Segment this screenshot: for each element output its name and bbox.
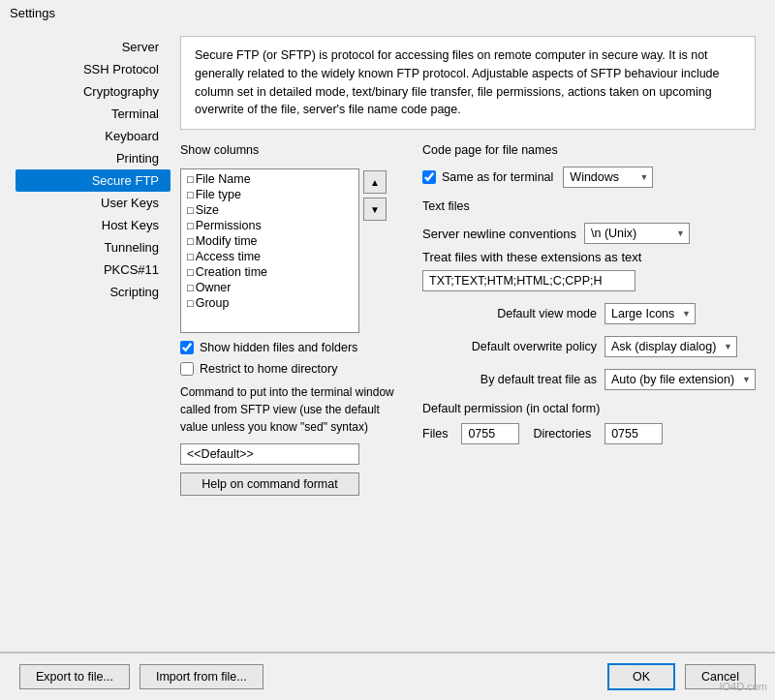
- sidebar-item-host-keys[interactable]: Host Keys: [16, 214, 170, 236]
- title-bar: Settings: [0, 0, 775, 26]
- treat-file-select[interactable]: Auto (by file extension) Text Binary: [604, 369, 756, 390]
- show-hidden-checkbox[interactable]: [180, 341, 194, 354]
- command-description: Command to put into the terminal window …: [180, 383, 403, 436]
- list-item[interactable]: Owner: [183, 280, 356, 295]
- treat-file-row: By default treat file as Auto (by file e…: [422, 369, 756, 390]
- code-page-label: Code page for file names: [422, 143, 756, 157]
- text-files-section: Text files Server newline conventions \n…: [422, 199, 756, 291]
- overwrite-label: Default overwrite policy: [422, 340, 597, 353]
- overwrite-wrapper: Ask (display dialog) Overwrite Skip Rena…: [604, 336, 737, 357]
- sidebar-item-keyboard[interactable]: Keyboard: [16, 125, 170, 147]
- export-button[interactable]: Export to file...: [19, 664, 130, 689]
- watermark: IO4D.com: [719, 681, 767, 692]
- files-perm-label: Files: [422, 427, 448, 441]
- sidebar-item-ssh-protocol[interactable]: SSH Protocol: [16, 58, 170, 80]
- list-item[interactable]: File type: [183, 187, 356, 202]
- sidebar: ServerSSH ProtocolCryptographyTerminalKe…: [0, 26, 170, 652]
- content-area: ServerSSH ProtocolCryptographyTerminalKe…: [0, 26, 775, 652]
- command-input[interactable]: [180, 443, 359, 465]
- list-item[interactable]: Permissions: [183, 218, 356, 233]
- treat-extensions-label: Treat files with these extensions as tex…: [422, 250, 756, 264]
- list-item[interactable]: Size: [183, 202, 356, 218]
- directories-permission-input[interactable]: [604, 423, 663, 444]
- description-box: Secure FTP (or SFTP) is protocol for acc…: [180, 36, 756, 130]
- terminal-encoding-wrapper: Windows UTF-8 ISO-8859-1: [563, 167, 653, 188]
- view-mode-label: Default view mode: [422, 307, 597, 320]
- sidebar-item-secure-ftp[interactable]: Secure FTP: [16, 169, 170, 192]
- newline-select[interactable]: \n (Unix) \r\n (Windows) \r (Mac): [584, 223, 690, 244]
- help-command-button[interactable]: Help on command format: [180, 472, 359, 496]
- list-item[interactable]: File Name: [183, 171, 356, 187]
- newline-wrapper: \n (Unix) \r\n (Windows) \r (Mac): [584, 223, 690, 244]
- code-page-section: Code page for file names Same as for ter…: [422, 143, 756, 188]
- text-files-label: Text files: [422, 199, 756, 213]
- sidebar-item-user-keys[interactable]: User Keys: [16, 192, 170, 214]
- sidebar-item-server[interactable]: Server: [16, 36, 170, 58]
- sidebar-item-tunneling[interactable]: Tunneling: [16, 236, 170, 259]
- show-columns-label: Show columns: [180, 143, 403, 157]
- restrict-home-checkbox[interactable]: [180, 362, 194, 376]
- sidebar-item-terminal[interactable]: Terminal: [16, 103, 170, 125]
- permission-row: Files Directories: [422, 423, 756, 444]
- treat-file-label: By default treat file as: [422, 373, 597, 386]
- permission-label: Default permission (in octal form): [422, 402, 756, 415]
- sidebar-item-scripting[interactable]: Scripting: [16, 281, 170, 303]
- directories-perm-label: Directories: [533, 427, 591, 441]
- window-title: Settings: [10, 6, 55, 20]
- columns-list-container: File NameFile typeSizePermissionsModify …: [180, 168, 403, 333]
- terminal-encoding-select[interactable]: Windows UTF-8 ISO-8859-1: [563, 167, 653, 188]
- description-text: Secure FTP (or SFTP) is protocol for acc…: [195, 48, 720, 116]
- restrict-home-row: Restrict to home directory: [180, 362, 403, 376]
- show-hidden-row: Show hidden files and folders: [180, 341, 403, 354]
- move-down-button[interactable]: ▼: [363, 198, 387, 221]
- same-as-terminal-label: Same as for terminal: [442, 170, 553, 184]
- list-item[interactable]: Modify time: [183, 233, 356, 249]
- same-as-terminal-row: Same as for terminal: [422, 170, 553, 184]
- columns-list[interactable]: File NameFile typeSizePermissionsModify …: [180, 168, 359, 333]
- move-up-button[interactable]: ▲: [363, 170, 387, 194]
- right-column: Code page for file names Same as for ter…: [422, 143, 756, 642]
- same-as-terminal-checkbox[interactable]: [422, 170, 436, 184]
- view-mode-wrapper: Large Icons Small Icons List Details: [604, 303, 696, 324]
- newline-label: Server newline conventions: [422, 227, 576, 241]
- bottom-bar: Export to file... Import from file... OK…: [0, 653, 775, 700]
- import-button[interactable]: Import from file...: [140, 664, 264, 689]
- settings-body: Show columns File NameFile typeSizePermi…: [180, 143, 756, 642]
- main-panel: Secure FTP (or SFTP) is protocol for acc…: [170, 26, 775, 652]
- code-page-row: Same as for terminal Windows UTF-8 ISO-8…: [422, 167, 756, 188]
- view-mode-select[interactable]: Large Icons Small Icons List Details: [604, 303, 696, 324]
- sidebar-item-printing[interactable]: Printing: [16, 147, 170, 169]
- list-item[interactable]: Creation time: [183, 264, 356, 280]
- settings-window: Settings ServerSSH ProtocolCryptographyT…: [0, 0, 775, 700]
- newline-row: Server newline conventions \n (Unix) \r\…: [422, 223, 756, 244]
- ok-button[interactable]: OK: [607, 663, 675, 690]
- left-column: Show columns File NameFile typeSizePermi…: [180, 143, 403, 642]
- restrict-home-label: Restrict to home directory: [200, 362, 337, 376]
- sidebar-item-cryptography[interactable]: Cryptography: [16, 80, 170, 103]
- files-permission-input[interactable]: [461, 423, 519, 444]
- view-mode-row: Default view mode Large Icons Small Icon…: [422, 303, 756, 324]
- list-item[interactable]: Access time: [183, 249, 356, 264]
- treat-file-wrapper: Auto (by file extension) Text Binary: [604, 369, 756, 390]
- permission-section: Default permission (in octal form) Files…: [422, 402, 756, 444]
- sidebar-item-pkcs11[interactable]: PKCS#11: [16, 259, 170, 281]
- extensions-input[interactable]: [422, 270, 636, 291]
- list-buttons: ▲ ▼: [363, 168, 387, 333]
- show-hidden-label: Show hidden files and folders: [200, 341, 357, 354]
- list-item[interactable]: Group: [183, 295, 356, 311]
- overwrite-select[interactable]: Ask (display dialog) Overwrite Skip Rena…: [604, 336, 737, 357]
- overwrite-policy-row: Default overwrite policy Ask (display di…: [422, 336, 756, 357]
